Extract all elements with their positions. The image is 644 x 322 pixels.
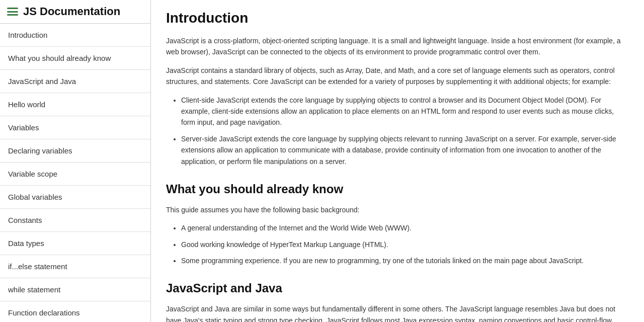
intro-paragraph-2: JavaScript contains a standard library o… — [166, 65, 629, 88]
nav-item-ifelse: if...else statement — [0, 255, 150, 278]
jsandjava-heading: JavaScript and Java — [166, 281, 629, 295]
know-bullet-2: Good working knowledge of HyperText Mark… — [181, 239, 629, 250]
nav-link-constants[interactable]: Constants — [0, 209, 150, 231]
know-bullets: A general understanding of the Internet … — [181, 222, 629, 266]
nav-item-declaring: Declaring variables — [0, 139, 150, 163]
nav-item-intro: Introduction — [0, 24, 150, 47]
sidebar-title: JS Documentation — [23, 5, 120, 18]
nav-item-hello: Hello world — [0, 93, 150, 116]
nav-link-variables[interactable]: Variables — [0, 116, 150, 139]
nav-item-jsandjava: JavaScript and Java — [0, 70, 150, 93]
nav-item-constants: Constants — [0, 209, 150, 232]
nav-item-while: while statement — [0, 278, 150, 301]
nav-link-funcdecl[interactable]: Function declarations — [0, 301, 150, 322]
jsandjava-paragraph-1: JavaScript and Java are similar in some … — [166, 303, 629, 322]
nav-link-scope[interactable]: Variable scope — [0, 163, 150, 185]
nav-link-declaring[interactable]: Declaring variables — [0, 139, 150, 162]
intro-paragraph-1: JavaScript is a cross-platform, object-o… — [166, 35, 629, 58]
intro-heading: Introduction — [166, 10, 629, 26]
hamburger-icon[interactable] — [7, 8, 18, 16]
sidebar-header: JS Documentation — [0, 0, 150, 24]
nav-link-while[interactable]: while statement — [0, 278, 150, 301]
nav-item-variables: Variables — [0, 116, 150, 139]
nav-item-scope: Variable scope — [0, 163, 150, 186]
nav-item-know: What you should already know — [0, 47, 150, 70]
nav-list: IntroductionWhat you should already know… — [0, 24, 150, 322]
intro-bullet-1: Client-side JavaScript extends the core … — [181, 95, 629, 128]
nav-link-know[interactable]: What you should already know — [0, 47, 150, 69]
nav-item-global: Global variables — [0, 186, 150, 209]
intro-bullet-2: Server-side JavaScript extends the core … — [181, 133, 629, 167]
know-bullet-3: Some programming experience. If you are … — [181, 255, 629, 266]
nav-link-hello[interactable]: Hello world — [0, 93, 150, 116]
nav-link-datatypes[interactable]: Data types — [0, 232, 150, 255]
intro-bullets: Client-side JavaScript extends the core … — [181, 95, 629, 167]
nav-link-ifelse[interactable]: if...else statement — [0, 255, 150, 278]
know-bullet-1: A general understanding of the Internet … — [181, 222, 629, 233]
sidebar: JS Documentation IntroductionWhat you sh… — [0, 0, 151, 322]
nav-item-funcdecl: Function declarations — [0, 301, 150, 322]
know-paragraph-1: This guide assumes you have the followin… — [166, 204, 629, 215]
nav-link-jsandjava[interactable]: JavaScript and Java — [0, 70, 150, 93]
nav-link-global[interactable]: Global variables — [0, 186, 150, 208]
nav-link-intro[interactable]: Introduction — [0, 24, 150, 46]
know-heading: What you should already know — [166, 182, 629, 196]
nav-item-datatypes: Data types — [0, 232, 150, 255]
main-content: Introduction JavaScript is a cross-platf… — [151, 0, 644, 322]
